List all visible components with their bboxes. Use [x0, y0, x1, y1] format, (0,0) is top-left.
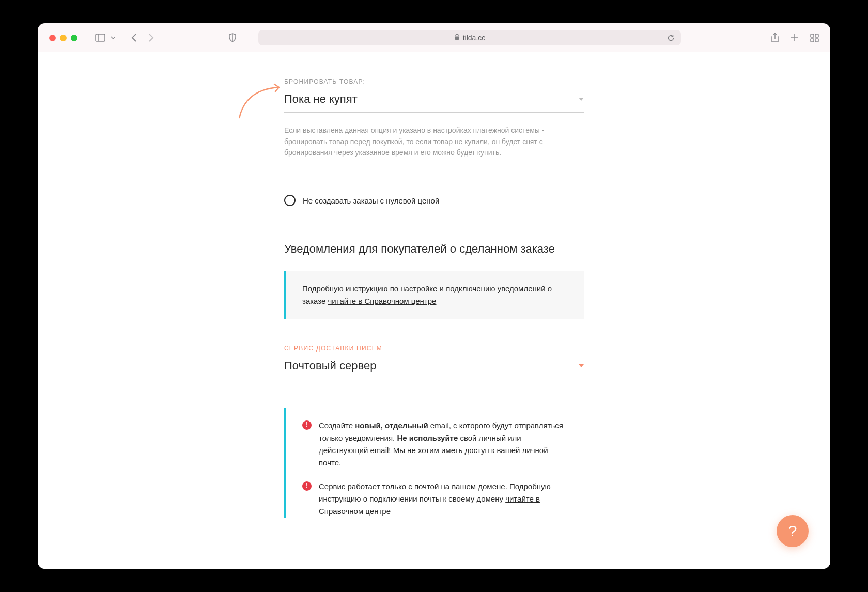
warning-item-2: ! Сервис работает только с почтой на ваш…	[302, 480, 567, 518]
share-icon[interactable]	[771, 33, 779, 43]
reserve-label: БРОНИРОВАТЬ ТОВАР:	[284, 78, 584, 85]
zero-price-checkbox[interactable]: Не создавать заказы с нулевой ценой	[284, 195, 584, 206]
svg-rect-7	[815, 34, 818, 37]
window-close-button[interactable]	[49, 35, 56, 41]
window-zoom-button[interactable]	[71, 35, 78, 41]
forward-button[interactable]	[148, 33, 154, 42]
delivery-select[interactable]: Почтовый сервер	[284, 359, 584, 379]
window-minimize-button[interactable]	[60, 35, 67, 41]
svg-rect-8	[811, 39, 814, 42]
notifications-heading: Уведомления для покупателей о сделанном …	[284, 242, 584, 256]
reserve-value: Пока не купят	[284, 92, 358, 106]
reserve-select[interactable]: Пока не купят	[284, 92, 584, 113]
warning-1-text: Создайте новый, отдельный email, с котор…	[319, 419, 567, 469]
shield-icon[interactable]	[228, 33, 237, 42]
toolbar-right-group	[771, 33, 819, 43]
chevron-down-icon	[579, 364, 584, 367]
refresh-icon[interactable]	[667, 34, 675, 42]
svg-rect-0	[96, 34, 105, 41]
new-tab-icon[interactable]	[791, 34, 799, 42]
notifications-info-box: Подробную инструкцию по настройке и подк…	[284, 271, 584, 319]
delivery-warnings-box: ! Создайте новый, отдельный email, с кот…	[284, 408, 584, 518]
warning-2-text: Сервис работает только с почтой на вашем…	[319, 480, 567, 518]
info-help-link[interactable]: читайте в Справочном центре	[328, 297, 437, 305]
warning-item-1: ! Создайте новый, отдельный email, с кот…	[302, 419, 567, 469]
delivery-label: СЕРВИС ДОСТАВКИ ПИСЕМ	[284, 345, 584, 352]
svg-rect-6	[811, 34, 814, 37]
traffic-lights	[49, 35, 78, 41]
back-button[interactable]	[131, 33, 137, 42]
url-text: tilda.cc	[463, 34, 486, 42]
annotation-arrow	[235, 79, 287, 120]
sidebar-toggle-group	[95, 34, 116, 42]
svg-rect-3	[455, 37, 459, 40]
help-fab-button[interactable]: ?	[777, 515, 809, 547]
lock-icon	[454, 33, 460, 42]
browser-toolbar: tilda.cc	[38, 23, 830, 52]
browser-window: tilda.cc БРОНИРОВАТЬ ТОВАР:	[38, 23, 830, 569]
page-content: БРОНИРОВАТЬ ТОВАР: Пока не купят Если вы…	[38, 52, 830, 569]
tabs-overview-icon[interactable]	[810, 34, 819, 42]
chevron-down-icon[interactable]	[111, 36, 116, 39]
svg-rect-9	[815, 39, 818, 42]
reserve-help-text: Если выставлена данная опция и указано в…	[284, 125, 584, 159]
exclamation-icon: !	[302, 481, 312, 491]
exclamation-icon: !	[302, 420, 312, 430]
chevron-down-icon	[579, 98, 584, 101]
checkbox-circle-icon	[284, 195, 296, 206]
nav-buttons	[131, 33, 154, 42]
delivery-value: Почтовый сервер	[284, 359, 376, 372]
question-icon: ?	[788, 522, 797, 540]
sidebar-icon[interactable]	[95, 34, 105, 42]
address-bar[interactable]: tilda.cc	[258, 30, 681, 45]
zero-price-label: Не создавать заказы с нулевой ценой	[303, 196, 439, 205]
